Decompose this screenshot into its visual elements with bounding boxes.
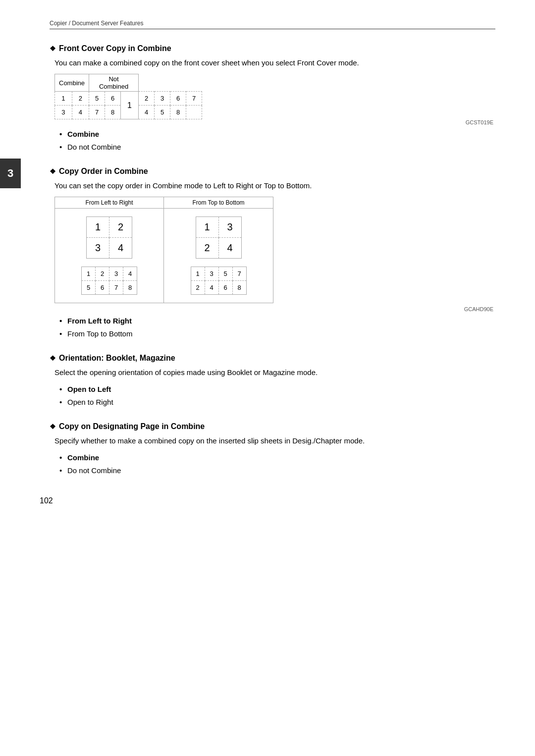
combine-header: Combine [55,74,89,92]
bullet-open-right: Open to Right [59,396,495,408]
cell-nc7: 7 [186,92,202,106]
cell-nc-empty [186,106,202,119]
section-copy-designating: Copy on Designating Page in Combine Spec… [50,422,495,477]
cell-nc4: 4 [139,106,155,119]
chapter-tab: 3 [0,159,21,188]
copy-order-left-col: 1 2 3 4 1 2 3 4 [55,209,164,303]
bullet-from-top: From Top to Bottom [59,328,495,340]
grid-ttb-2x2: 1 3 2 4 [196,216,242,259]
cell-single: 1 [121,92,139,119]
bullet-open-left: Open to Left [59,383,495,395]
page-number: 102 [40,496,53,505]
combine-diagram-wrapper: Combine Not Combined 1 2 5 6 1 2 3 6 7 [54,74,495,125]
grid-ltr-2x4: 1 2 3 4 5 6 7 8 [81,267,137,295]
cell-nc6: 6 [170,92,186,106]
cell-nc2: 2 [139,92,155,106]
copy-designating-bullets: Combine Do not Combine [59,452,495,477]
section-title-copy-designating: Copy on Designating Page in Combine [50,422,495,431]
section-body-orientation: Select the opening orientation of copies… [54,367,495,378]
cell-c6: 6 [105,92,121,106]
combine-table: Combine Not Combined 1 2 5 6 1 2 3 6 7 [54,74,202,119]
copy-order-body: 1 2 3 4 1 2 3 4 [55,209,273,303]
copy-order-diagram: From Left to Right From Top to Bottom 1 … [54,197,273,303]
copy-order-header-row: From Left to Right From Top to Bottom [55,197,273,209]
section-orientation: Orientation: Booklet, Magazine Select th… [50,354,495,408]
col-top-to-bottom-header: From Top to Bottom [164,197,273,208]
section-body-front-cover: You can make a combined copy on the fron… [54,57,495,69]
page-header: Copier / Document Server Features [50,20,495,29]
bullet-from-left: From Left to Right [59,315,495,327]
cell-nc5: 5 [155,106,170,119]
page: Copier / Document Server Features 3 Fron… [0,0,535,520]
cell-c8: 8 [105,106,121,119]
bullet-do-not-combine-2: Do not Combine [59,465,495,477]
section-copy-order: Copy Order in Combine You can set the co… [50,167,495,340]
cell-nc8: 8 [170,106,186,119]
copy-order-right-col: 1 3 2 4 1 3 5 7 [164,209,273,303]
cell-c3: 3 [55,106,72,119]
cell-c4: 4 [72,106,89,119]
grid-ttb-2x4: 1 3 5 7 2 4 6 8 [191,267,247,295]
diagram-caption-1: GCST019E [54,119,493,125]
bullet-combine-1: Combine [59,128,495,140]
front-cover-bullets: Combine Do not Combine [59,128,495,153]
section-title-copy-order: Copy Order in Combine [50,167,495,176]
cell-nc3: 3 [155,92,170,106]
section-body-copy-order: You can set the copy order in Combine mo… [54,180,495,192]
copy-order-bullets: From Left to Right From Top to Bottom [59,315,495,340]
grid-ltr-2x2: 1 2 3 4 [86,216,132,259]
diagram-caption-2: GCAHD90E [50,306,493,312]
bullet-do-not-combine-1: Do not Combine [59,141,495,153]
breadcrumb: Copier / Document Server Features [50,20,143,27]
section-front-cover: Front Cover Copy in Combine You can make… [50,44,495,153]
cell-c7: 7 [89,106,105,119]
section-title-front-cover: Front Cover Copy in Combine [50,44,495,53]
cell-c5: 5 [89,92,105,106]
orientation-bullets: Open to Left Open to Right [59,383,495,408]
cell-c2: 2 [72,92,89,106]
section-title-orientation: Orientation: Booklet, Magazine [50,354,495,363]
bullet-combine-2: Combine [59,452,495,464]
section-body-copy-designating: Specify whether to make a combined copy … [54,435,495,447]
cell-c1: 1 [55,92,72,106]
not-combined-header: Not Combined [89,74,139,92]
col-left-to-right-header: From Left to Right [55,197,164,208]
